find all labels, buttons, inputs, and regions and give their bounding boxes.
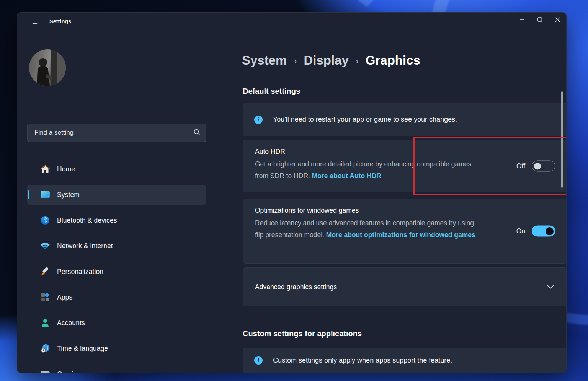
user-avatar[interactable]: [29, 49, 66, 86]
breadcrumb: System › Display › Graphics: [242, 53, 420, 68]
sidebar-item-label: Bluetooth & devices: [57, 217, 117, 225]
windowed-games-toggle-label: On: [516, 227, 525, 235]
system-icon: [40, 190, 50, 200]
sidebar-item-label: Network & internet: [57, 242, 113, 250]
wifi-icon: [40, 241, 50, 251]
minimize-button[interactable]: [513, 13, 531, 26]
custom-settings-info-banner: i Custom settings only apply when apps s…: [243, 348, 567, 373]
custom-banner-text: Custom settings only apply when apps sup…: [273, 357, 452, 365]
sidebar-item-apps[interactable]: Apps: [27, 288, 206, 306]
breadcrumb-display[interactable]: Display: [304, 53, 348, 68]
sidebar-item-bluetooth-devices[interactable]: Bluetooth & devices: [27, 212, 206, 229]
auto-hdr-toggle[interactable]: [532, 161, 555, 172]
sidebar-item-label: Apps: [57, 293, 72, 301]
chevron-down-icon[interactable]: [547, 283, 554, 290]
account-person-icon: [40, 318, 50, 328]
sidebar-item-label: Gaming: [57, 370, 81, 373]
info-icon: i: [254, 116, 263, 124]
minimize-icon: [520, 17, 524, 22]
app-title: Settings: [49, 18, 71, 24]
maximize-button[interactable]: [531, 13, 549, 26]
breadcrumb-separator-icon: ›: [356, 56, 359, 67]
gamepad-icon: [40, 369, 50, 373]
home-icon: [40, 164, 50, 174]
default-settings-heading: Default settings: [243, 87, 300, 96]
globe-clock-icon: [40, 344, 50, 353]
scrollbar-thumb[interactable]: [561, 91, 563, 188]
sidebar-item-time-language[interactable]: Time & language: [27, 340, 206, 357]
restart-banner-text: You'll need to restart your app or game …: [273, 116, 457, 124]
avatar-photo: [29, 49, 66, 86]
sidebar: Home System Bluetooth & devices Network …: [17, 32, 223, 373]
windowed-games-card: Optimizations for windowed games Reduce …: [243, 199, 567, 264]
close-icon: [555, 17, 560, 22]
sidebar-item-personalization[interactable]: Personalization: [27, 263, 206, 280]
sidebar-item-label: Personalization: [57, 268, 103, 276]
auto-hdr-more-link[interactable]: More about Auto HDR: [312, 172, 381, 180]
breadcrumb-separator-icon: ›: [294, 56, 297, 67]
restart-info-banner: i You'll need to restart your app or gam…: [243, 103, 567, 136]
sidebar-item-network-internet[interactable]: Network & internet: [27, 237, 206, 255]
bluetooth-icon: [40, 215, 50, 225]
search-input[interactable]: [34, 129, 194, 137]
sidebar-item-label: Time & language: [57, 345, 108, 353]
toggle-knob: [534, 163, 541, 169]
advanced-graphics-title: Advanced graphics settings: [255, 283, 337, 291]
sidebar-nav: Home System Bluetooth & devices Network …: [27, 160, 206, 373]
auto-hdr-toggle-label: Off: [516, 162, 525, 170]
info-icon: i: [254, 356, 263, 365]
paintbrush-icon: [40, 267, 50, 277]
windowed-games-more-link[interactable]: More about optimizations for windowed ga…: [326, 231, 475, 239]
windowed-games-title: Optimizations for windowed games: [255, 207, 555, 215]
sidebar-item-accounts[interactable]: Accounts: [27, 314, 206, 332]
sidebar-item-label: Home: [57, 165, 75, 173]
maximize-icon: [537, 17, 542, 22]
auto-hdr-card: Auto HDR Get a brighter and more detaile…: [243, 140, 567, 192]
sidebar-item-label: Accounts: [57, 319, 85, 327]
back-button[interactable]: ←: [27, 16, 42, 29]
sidebar-item-label: System: [57, 191, 80, 199]
windowed-games-toggle[interactable]: [532, 226, 555, 237]
apps-icon: [40, 292, 50, 302]
search-icon[interactable]: [194, 129, 200, 137]
sidebar-item-system[interactable]: System: [27, 185, 206, 205]
advanced-graphics-card[interactable]: Advanced graphics settings: [243, 267, 567, 306]
settings-window: ← Settings: [17, 12, 567, 373]
window-controls: [513, 13, 566, 26]
titlebar: ← Settings: [17, 13, 566, 32]
search-box[interactable]: [27, 124, 206, 142]
toggle-knob: [546, 227, 554, 235]
breadcrumb-graphics: Graphics: [366, 53, 420, 68]
sidebar-item-gaming[interactable]: Gaming: [27, 365, 206, 373]
sidebar-item-home[interactable]: Home: [27, 160, 206, 178]
close-button[interactable]: [549, 13, 566, 26]
breadcrumb-system[interactable]: System: [242, 53, 287, 68]
custom-settings-heading: Custom settings for applications: [243, 329, 362, 338]
auto-hdr-title: Auto HDR: [255, 148, 555, 156]
main-content: System › Display › Graphics Default sett…: [223, 32, 566, 373]
back-arrow-icon: ←: [31, 18, 39, 27]
